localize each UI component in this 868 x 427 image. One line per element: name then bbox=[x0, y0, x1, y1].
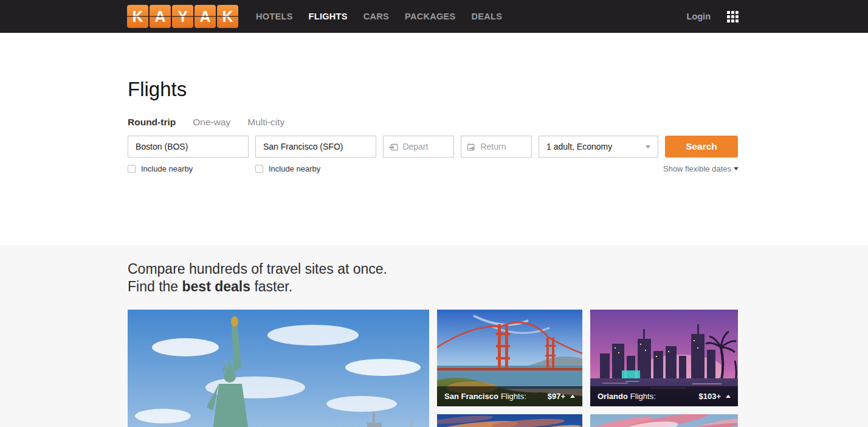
navbar-right: Login bbox=[687, 11, 868, 23]
tab-round-trip[interactable]: Round-trip bbox=[128, 117, 176, 128]
search-button[interactable]: Search bbox=[665, 136, 738, 158]
show-flexible-dates-link[interactable]: Show flexible dates bbox=[663, 164, 739, 173]
origin-include-nearby: Include nearby bbox=[128, 164, 255, 173]
tile-price: $97+ bbox=[548, 392, 565, 401]
promo-headline-line1: Compare hundreds of travel sites at once… bbox=[128, 260, 739, 278]
depart-date-input[interactable] bbox=[402, 142, 448, 151]
return-date-input[interactable] bbox=[480, 142, 526, 151]
calendar-return-icon bbox=[467, 142, 476, 152]
travelers-cabin-select[interactable]: 1 adult, Economy bbox=[539, 136, 658, 158]
logo-letter-tile: K bbox=[217, 5, 238, 28]
chevron-down-icon bbox=[646, 145, 650, 148]
destination-tiles: San Francisco Flights: $97+ bbox=[128, 310, 739, 427]
return-date-field[interactable] bbox=[461, 136, 532, 158]
destination-tile-large[interactable] bbox=[128, 310, 429, 427]
sunset-sky-photo bbox=[437, 414, 582, 427]
promo-headline-line2: Find the best deals faster. bbox=[128, 278, 739, 296]
tile-label: Flights: bbox=[501, 392, 526, 401]
top-navbar: K A Y A K HOTELS FLIGHTS CARS PACKAGES D… bbox=[0, 0, 868, 33]
nav-item-packages[interactable]: PACKAGES bbox=[405, 12, 456, 21]
deals-section: Compare hundreds of travel sites at once… bbox=[0, 245, 868, 427]
origin-nearby-label: Include nearby bbox=[141, 164, 193, 173]
caret-down-icon bbox=[734, 167, 739, 170]
search-form: 1 adult, Economy Search bbox=[128, 136, 739, 158]
destination-card-san-francisco[interactable]: San Francisco Flights: $97+ bbox=[437, 310, 582, 406]
destination-card-partial-right[interactable] bbox=[590, 414, 738, 427]
destination-nearby-label: Include nearby bbox=[269, 164, 320, 173]
destination-include-nearby: Include nearby bbox=[255, 164, 383, 173]
price-trend-up-icon bbox=[570, 395, 575, 398]
tile-price: $103+ bbox=[698, 392, 721, 401]
price-trend-up-icon bbox=[726, 395, 731, 398]
tile-city: San Francisco bbox=[444, 392, 498, 401]
logo-letter-tile: A bbox=[195, 5, 216, 28]
travelers-cabin-value: 1 adult, Economy bbox=[546, 142, 612, 151]
logo-letter-tile: Y bbox=[172, 5, 193, 28]
flexible-dates-label: Show flexible dates bbox=[663, 164, 731, 173]
destination-nearby-checkbox[interactable] bbox=[255, 165, 263, 173]
login-button[interactable]: Login bbox=[687, 12, 711, 21]
nav-item-cars[interactable]: CARS bbox=[363, 12, 389, 21]
primary-nav: HOTELS FLIGHTS CARS PACKAGES DEALS bbox=[256, 12, 502, 21]
kayak-logo[interactable]: K A Y A K bbox=[127, 5, 238, 28]
origin-nearby-checkbox[interactable] bbox=[128, 165, 136, 173]
nav-item-flights[interactable]: FLIGHTS bbox=[309, 12, 348, 21]
search-options-row: Include nearby Include nearby Show flexi… bbox=[128, 164, 739, 173]
flight-search-section: Flights Round-trip One-way Multi-city bbox=[0, 33, 868, 245]
apps-grid-icon[interactable] bbox=[727, 11, 739, 23]
tile-caption: Orlando Flights: $103+ bbox=[590, 386, 738, 406]
destination-tiles-grid: San Francisco Flights: $97+ bbox=[437, 310, 738, 427]
tile-label: Flights: bbox=[630, 392, 656, 401]
tile-city: Orlando bbox=[598, 392, 628, 401]
nav-item-hotels[interactable]: HOTELS bbox=[256, 12, 293, 21]
tab-multi-city[interactable]: Multi-city bbox=[247, 117, 284, 128]
pink-clouds-photo bbox=[590, 414, 738, 427]
depart-date-field[interactable] bbox=[383, 136, 454, 158]
tile-caption: San Francisco Flights: $97+ bbox=[437, 386, 582, 406]
nav-item-deals[interactable]: DEALS bbox=[472, 12, 503, 21]
logo-letter-tile: A bbox=[150, 5, 171, 28]
origin-input[interactable] bbox=[128, 136, 249, 158]
tab-one-way[interactable]: One-way bbox=[193, 117, 230, 128]
calendar-depart-icon bbox=[389, 142, 398, 152]
trip-type-tabs: Round-trip One-way Multi-city bbox=[128, 117, 739, 128]
logo-letter-tile: K bbox=[127, 5, 148, 28]
destination-card-orlando[interactable]: Orlando Flights: $103+ bbox=[590, 310, 738, 406]
destination-input[interactable] bbox=[255, 136, 376, 158]
new-york-photo bbox=[128, 310, 429, 427]
destination-card-partial-left[interactable] bbox=[437, 414, 582, 427]
page-title: Flights bbox=[128, 33, 739, 101]
